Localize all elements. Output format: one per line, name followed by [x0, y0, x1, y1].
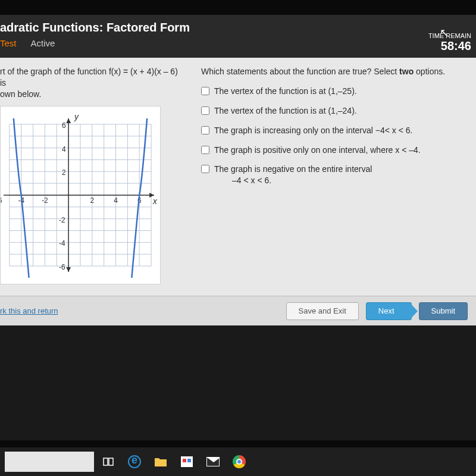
option-4[interactable]: The graph is positive only on one interv… — [201, 145, 470, 156]
file-explorer-icon[interactable] — [149, 450, 173, 474]
svg-marker-29 — [66, 118, 71, 123]
question-text: Which statements about the function are … — [201, 66, 470, 77]
svg-text:-6: -6 — [1, 196, 2, 205]
tab-active[interactable]: Active — [31, 38, 55, 48]
option-2-label: The vertex of the function is at (1,–24)… — [214, 105, 357, 117]
mark-return-link[interactable]: rk this and return — [0, 306, 58, 315]
app-screen: adratic Functions: Factored Form Test Ac… — [0, 15, 476, 440]
option-3-checkbox[interactable] — [201, 126, 209, 134]
chrome-browser-icon[interactable] — [227, 450, 251, 474]
svg-text:-4: -4 — [59, 239, 65, 248]
option-1-checkbox[interactable] — [201, 87, 209, 95]
option-1-label: The vertex of the function is at (1,–25)… — [214, 86, 357, 97]
option-5[interactable]: The graph is negative on the entire inte… — [201, 164, 470, 186]
option-5-checkbox[interactable] — [201, 165, 209, 173]
edge-browser-icon[interactable] — [123, 450, 146, 474]
microsoft-store-icon[interactable] — [175, 450, 199, 474]
next-button[interactable]: Next — [366, 302, 412, 320]
options-list: The vertex of the function is at (1,–25)… — [201, 86, 470, 186]
option-4-label: The graph is positive only on one interv… — [214, 145, 421, 156]
timer: TIME REMAIN 58:46 — [428, 32, 471, 53]
svg-text:4: 4 — [62, 145, 66, 153]
svg-marker-30 — [66, 267, 71, 272]
taskbar-search[interactable] — [5, 452, 94, 472]
task-view-icon[interactable] — [96, 450, 120, 474]
svg-text:x: x — [152, 196, 158, 206]
save-exit-button[interactable]: Save and Exit — [286, 302, 359, 320]
svg-text:y: y — [74, 112, 79, 121]
option-1[interactable]: The vertex of the function is at (1,–25)… — [201, 86, 470, 97]
option-4-checkbox[interactable] — [201, 146, 209, 154]
timer-label: TIME REMAIN — [428, 32, 471, 39]
mail-icon[interactable] — [201, 450, 225, 474]
question-graph-column: rt of the graph of the function f(x) = (… — [0, 66, 190, 321]
svg-rect-45 — [104, 458, 108, 465]
option-2-checkbox[interactable] — [201, 107, 209, 115]
windows-taskbar[interactable] — [0, 447, 476, 476]
svg-text:-2: -2 — [59, 215, 65, 224]
submit-button[interactable]: Submit — [419, 302, 468, 320]
graph-prompt: rt of the graph of the function f(x) = (… — [0, 66, 183, 100]
next-button-wrap[interactable]: Next — [359, 302, 412, 320]
lesson-title: adratic Functions: Factored Form — [0, 21, 476, 35]
svg-text:2: 2 — [90, 196, 95, 205]
function-graph: y x -6 -4 -2 2 4 6 6 4 2 -2 -4 -6 — [0, 106, 161, 284]
timer-value: 58:46 — [428, 39, 471, 53]
svg-text:6: 6 — [62, 121, 66, 130]
option-3[interactable]: The graph is increasing only on the inte… — [201, 125, 470, 136]
tab-pretest[interactable]: Test — [0, 38, 17, 48]
option-2[interactable]: The vertex of the function is at (1,–24)… — [201, 105, 470, 117]
svg-text:2: 2 — [62, 168, 66, 177]
graph-svg: y x -6 -4 -2 2 4 6 6 4 2 -2 -4 -6 — [1, 107, 160, 284]
tabs-row: Test Active ↖ TIME REMAIN 58:46 — [0, 35, 476, 53]
content-area: rt of the graph of the function f(x) = (… — [0, 58, 476, 325]
option-3-label: The graph is increasing only on the inte… — [214, 125, 412, 136]
svg-text:-2: -2 — [42, 196, 48, 205]
option-5-label: The graph is negative on the entire inte… — [214, 164, 372, 186]
next-arrow-icon — [409, 302, 418, 320]
svg-rect-46 — [109, 458, 113, 465]
svg-text:-6: -6 — [59, 263, 65, 271]
bottom-bar: rk this and return Save and Exit Next Su… — [0, 296, 476, 325]
header: adratic Functions: Factored Form Test Ac… — [0, 15, 476, 58]
svg-text:4: 4 — [114, 196, 118, 205]
answer-column: Which statements about the function are … — [190, 66, 470, 321]
